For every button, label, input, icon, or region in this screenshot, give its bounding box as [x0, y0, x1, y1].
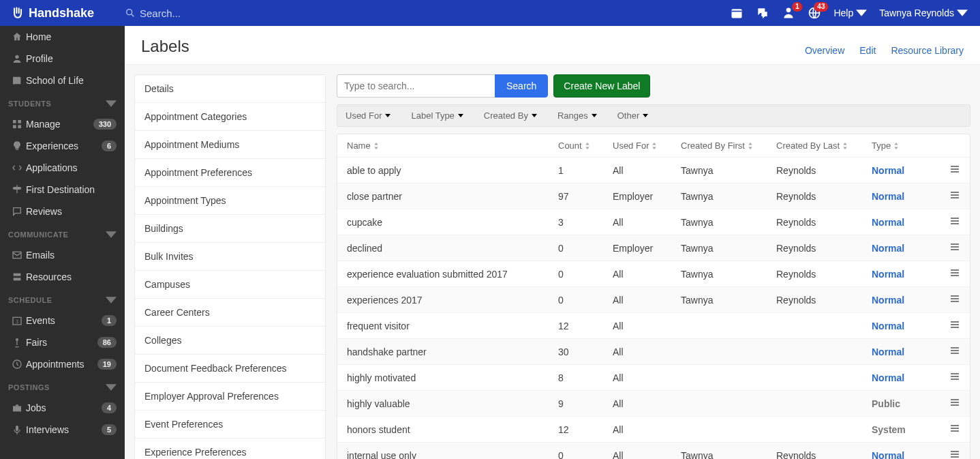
row-menu-button[interactable] [949, 371, 960, 384]
sort-icon [652, 143, 657, 149]
row-menu-button[interactable] [949, 216, 960, 228]
table-row[interactable]: able to apply 1 All Tawnya Reynolds Norm… [337, 158, 970, 183]
global-search[interactable]: Search... [125, 8, 181, 19]
cell-created-first: Tawnya [681, 243, 776, 254]
calendar-icon-button[interactable] [730, 6, 744, 20]
messages-icon-button[interactable] [756, 6, 769, 20]
sidebar-section-schedule[interactable]: SCHEDULE [0, 288, 125, 310]
mic-icon [8, 424, 26, 435]
home-icon [8, 31, 26, 42]
settings-nav-item[interactable]: Bulk Invites [135, 243, 325, 271]
sidebar-section-students[interactable]: STUDENTS [0, 91, 125, 113]
settings-nav-item[interactable]: Document Feedback Preferences [135, 355, 325, 383]
sidebar-item-fairs[interactable]: Fairs 86 [0, 331, 125, 353]
table-row[interactable]: highly motivated 8 All Normal [337, 365, 970, 391]
settings-nav-item[interactable]: Appointment Types [135, 187, 325, 215]
row-menu-button[interactable] [949, 241, 960, 254]
filter-created-by[interactable]: Created By [484, 110, 537, 121]
notifications-icon-button[interactable]: 1 [782, 6, 795, 20]
sidebar-item-emails[interactable]: Emails [0, 244, 125, 266]
sidebar-item-home[interactable]: Home [0, 26, 125, 48]
settings-nav-item[interactable]: Appointment Categories [135, 103, 325, 131]
row-menu-button[interactable] [949, 423, 960, 436]
column-type[interactable]: Type [872, 140, 933, 151]
table-row[interactable]: close partner 97 Employer Tawnya Reynold… [337, 183, 970, 209]
sidebar-item-resources[interactable]: Resources [0, 266, 125, 288]
sidebar-item-first-destination[interactable]: First Destination [0, 179, 125, 201]
row-menu-button[interactable] [949, 319, 960, 332]
table-row[interactable]: declined 0 Employer Tawnya Reynolds Norm… [337, 235, 970, 261]
column-used-for[interactable]: Used For [613, 140, 681, 151]
sidebar-item-applications[interactable]: Applications [0, 157, 125, 179]
user-menu[interactable]: Tawnya Reynolds [879, 8, 968, 18]
sidebar-item-interviews[interactable]: Interviews 5 [0, 419, 125, 441]
filter-ranges[interactable]: Ranges [557, 110, 597, 121]
sidebar-item-events[interactable]: Events 1 [0, 310, 125, 331]
sidebar-item-label: Emails [26, 250, 117, 261]
settings-nav-item[interactable]: Appointment Preferences [135, 159, 325, 187]
cell-name: experiences 2017 [347, 295, 558, 306]
settings-nav-item[interactable]: Colleges [135, 327, 325, 355]
table-row[interactable]: internal use only 0 All Tawnya Reynolds … [337, 443, 970, 459]
menu-icon [949, 293, 960, 304]
table-row[interactable]: highly valuable 9 All Public [337, 391, 970, 417]
row-menu-button[interactable] [949, 190, 960, 203]
row-menu-button[interactable] [949, 397, 960, 410]
sidebar-section-postings[interactable]: POSTINGS [0, 375, 125, 397]
column-created-by-last[interactable]: Created By Last [776, 140, 872, 151]
filter-used-for[interactable]: Used For [346, 110, 391, 121]
cell-type: Public [872, 398, 933, 409]
settings-nav-item[interactable]: Employer Approval Preferences [135, 383, 325, 411]
row-menu-button[interactable] [949, 449, 960, 459]
sidebar-item-school-of-life[interactable]: School of Life [0, 70, 125, 91]
settings-nav-item[interactable]: Career Centers [135, 299, 325, 327]
settings-nav-item[interactable]: Event Preferences [135, 411, 325, 439]
sidebar-item-reviews[interactable]: Reviews [0, 201, 125, 222]
search-input[interactable] [337, 74, 495, 98]
menu-icon [949, 164, 960, 175]
column-created-by-first[interactable]: Created By First [681, 140, 776, 151]
handshake-icon [11, 6, 25, 20]
brand-logo[interactable]: Handshake [0, 0, 125, 26]
settings-nav-item[interactable]: Experience Preferences [135, 439, 325, 459]
search-button[interactable]: Search [495, 74, 548, 98]
help-dropdown[interactable]: Help [833, 8, 867, 18]
row-menu-button[interactable] [949, 267, 960, 280]
table-row[interactable]: handshake partner 30 All Normal [337, 339, 970, 365]
filter-other[interactable]: Other [617, 110, 649, 121]
settings-nav-item[interactable]: Buildings [135, 215, 325, 243]
page-header: Labels OverviewEditResource Library [125, 26, 980, 65]
settings-nav-item[interactable]: Details [135, 75, 325, 103]
filter-label-type[interactable]: Label Type [411, 110, 463, 121]
table-row[interactable]: experience evaluation submitted 2017 0 A… [337, 261, 970, 287]
table-row[interactable]: experiences 2017 0 All Tawnya Reynolds N… [337, 287, 970, 313]
header-link-resource-library[interactable]: Resource Library [891, 45, 964, 56]
sidebar-item-profile[interactable]: Profile [0, 48, 125, 70]
row-menu-button[interactable] [949, 164, 960, 177]
sidebar-item-jobs[interactable]: Jobs 4 [0, 397, 125, 419]
header-link-overview[interactable]: Overview [805, 45, 844, 56]
cell-type: System [872, 424, 933, 435]
table-row[interactable]: honors student 12 All System [337, 417, 970, 443]
header-link-edit[interactable]: Edit [859, 45, 876, 56]
cell-type: Normal [872, 372, 933, 383]
sidebar-item-experiences[interactable]: Experiences 6 [0, 135, 125, 157]
row-menu-button[interactable] [949, 293, 960, 306]
sidebar-section-communicate[interactable]: COMMUNICATE [0, 222, 125, 244]
sidebar-item-appointments[interactable]: Appointments 19 [0, 353, 125, 375]
column-count[interactable]: Count [558, 140, 613, 151]
create-new-label-button[interactable]: Create New Label [553, 74, 650, 98]
settings-nav-item[interactable]: Campuses [135, 271, 325, 299]
table-row[interactable]: frequent visitor 12 All Normal [337, 313, 970, 339]
table-row[interactable]: cupcake 3 All Tawnya Reynolds Normal [337, 209, 970, 235]
settings-nav-item[interactable]: Appointment Mediums [135, 131, 325, 159]
row-menu-button[interactable] [949, 345, 960, 358]
cell-used-for: All [613, 217, 681, 228]
cell-created-first: Tawnya [681, 295, 776, 306]
sidebar-item-count: 5 [102, 424, 117, 435]
sidebar-item-manage[interactable]: Manage 330 [0, 113, 125, 135]
column-name[interactable]: Name [347, 140, 558, 151]
activity-icon-button[interactable]: 43 [808, 6, 821, 20]
cell-created-first: Tawnya [681, 269, 776, 280]
filter-label: Label Type [411, 110, 454, 121]
